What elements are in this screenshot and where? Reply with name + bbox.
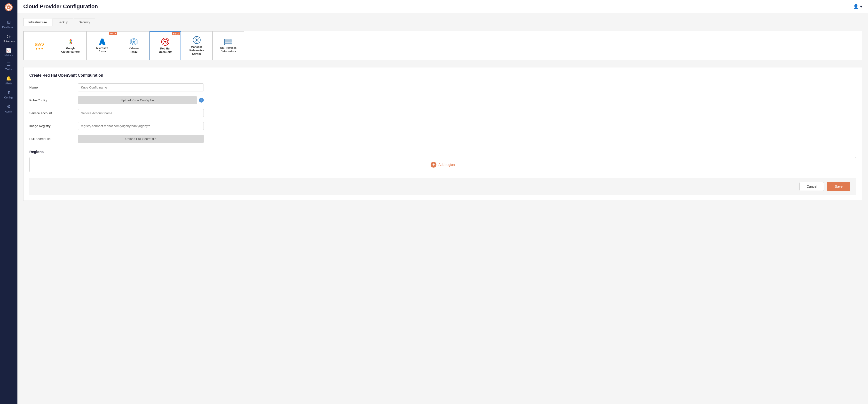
user-menu[interactable]: 👤 ▾ [853, 4, 862, 9]
tab-backup[interactable]: Backup [53, 18, 73, 26]
main-content: Cloud Provider Configuration 👤 ▾ Infrast… [18, 0, 868, 404]
upload-pull-secret-button[interactable]: Upload Pull Secret file [78, 135, 204, 143]
form-section: Create Red Hat OpenShift Configuration N… [23, 67, 862, 201]
pull-secret-label: Pull Secret File [29, 137, 73, 141]
provider-azure[interactable]: BETA MicrosoftAzure [87, 31, 118, 60]
svg-point-11 [196, 39, 198, 41]
azure-beta-badge: BETA [109, 32, 117, 35]
sidebar: ⊞ Dashboard ◎ Universes 📈 Metrics ☰ Task… [0, 0, 18, 404]
tab-infrastructure[interactable]: Infrastructure [23, 18, 52, 26]
add-region-label: Add region [438, 163, 455, 167]
upload-kube-config-button[interactable]: Upload Kube Config file [78, 96, 197, 104]
sidebar-item-admin[interactable]: ⚙ Admin [0, 102, 18, 115]
provider-grid: aws ▼▼▼ GoogleCloud Platform [23, 31, 862, 60]
form-title: Create Red Hat OpenShift Configuration [29, 73, 856, 78]
tasks-icon: ☰ [7, 62, 11, 67]
image-registry-input[interactable] [78, 122, 204, 130]
svg-point-24 [230, 42, 231, 42]
sidebar-item-universes[interactable]: ◎ Universes [0, 31, 18, 45]
tab-security[interactable]: Security [74, 18, 95, 26]
form-footer: Cancel Save [29, 178, 856, 195]
configs-icon: ⬆ [7, 90, 11, 95]
svg-line-19 [194, 41, 195, 42]
kube-config-help-icon[interactable]: ? [199, 98, 204, 103]
user-icon: 👤 [853, 4, 859, 9]
sidebar-item-metrics[interactable]: 📈 Metrics [0, 45, 18, 59]
svg-marker-6 [132, 40, 135, 43]
provider-openshift[interactable]: BETA Red HatOpenShift [150, 31, 181, 60]
name-label: Name [29, 86, 73, 89]
svg-line-18 [198, 37, 199, 39]
mks-logo: ManagedKubernetesService [189, 36, 204, 56]
provider-mks[interactable]: ManagedKubernetesService [181, 31, 213, 60]
tab-bar: Infrastructure Backup Security [23, 18, 862, 26]
provider-aws[interactable]: aws ▼▼▼ [24, 31, 55, 60]
gcp-logo: GoogleCloud Platform [61, 38, 81, 54]
svg-point-25 [230, 44, 231, 45]
save-button[interactable]: Save [827, 182, 850, 191]
service-account-row: Service Account [29, 109, 856, 117]
cancel-button[interactable]: Cancel [799, 182, 824, 191]
svg-point-3 [8, 6, 9, 8]
sidebar-item-dashboard[interactable]: ⊞ Dashboard [0, 17, 18, 31]
dashboard-icon: ⊞ [7, 20, 11, 25]
alerts-icon: 🔔 [6, 76, 11, 81]
azure-logo: MicrosoftAzure [96, 38, 108, 53]
provider-vmware[interactable]: VMwareTanzu [118, 31, 150, 60]
metrics-icon: 📈 [6, 48, 11, 53]
provider-onprem[interactable]: On-PremisesDatacenters [213, 31, 244, 60]
provider-gcp[interactable]: GoogleCloud Platform [55, 31, 87, 60]
app-logo [4, 2, 13, 12]
content-area: Infrastructure Backup Security aws ▼▼▼ [18, 13, 868, 404]
add-region-button[interactable]: + Add region [431, 162, 455, 168]
image-registry-field [78, 122, 204, 130]
regions-title: Regions [29, 150, 856, 154]
vmware-logo: VMwareTanzu [129, 38, 139, 54]
service-account-label: Service Account [29, 111, 73, 115]
service-account-field [78, 109, 204, 117]
universes-icon: ◎ [7, 33, 11, 39]
image-registry-label: Image Registry [29, 124, 73, 128]
sidebar-item-configs[interactable]: ⬆ Configs [0, 87, 18, 102]
svg-point-23 [230, 40, 231, 40]
sidebar-item-tasks[interactable]: ☰ Tasks [0, 59, 18, 73]
kube-config-field: Upload Kube Config file ? [78, 96, 204, 104]
openshift-logo: Red HatOpenShift [159, 37, 172, 54]
name-field [78, 83, 204, 91]
service-account-input[interactable] [78, 109, 204, 117]
image-registry-row: Image Registry [29, 122, 856, 130]
sidebar-item-alerts[interactable]: 🔔 Alerts [0, 73, 18, 87]
pull-secret-row: Pull Secret File Upload Pull Secret file [29, 135, 856, 143]
svg-line-17 [198, 41, 199, 42]
svg-point-9 [165, 41, 166, 42]
name-row: Name [29, 83, 856, 91]
aws-logo: aws ▼▼▼ [35, 41, 44, 51]
header: Cloud Provider Configuration 👤 ▾ [18, 0, 868, 13]
add-region-box[interactable]: + Add region [29, 157, 856, 172]
pull-secret-field: Upload Pull Secret file [78, 135, 204, 143]
onprem-logo: On-PremisesDatacenters [220, 38, 237, 53]
openshift-beta-badge: BETA [172, 32, 180, 35]
svg-line-16 [194, 37, 195, 39]
page-title: Cloud Provider Configuration [23, 3, 98, 10]
admin-icon: ⚙ [7, 104, 11, 109]
kube-config-row: Kube Config Upload Kube Config file ? [29, 96, 856, 104]
name-input[interactable] [78, 83, 204, 91]
kube-config-label: Kube Config [29, 98, 73, 102]
add-region-icon: + [431, 162, 436, 168]
user-dropdown-icon: ▾ [860, 4, 862, 9]
